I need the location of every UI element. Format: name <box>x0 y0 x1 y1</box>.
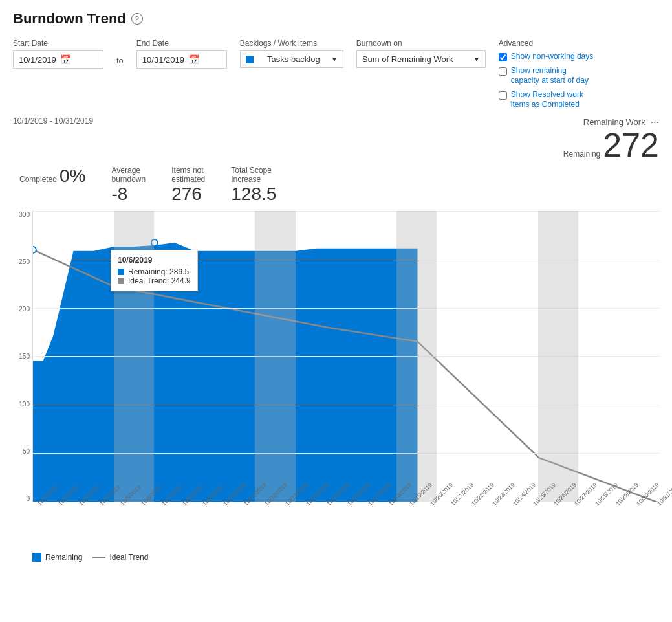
backlogs-dropdown[interactable]: Tasks backlog ▼ <box>240 50 343 68</box>
burndown-on-value: Sum of Remaining Work <box>362 54 453 64</box>
backlogs-label: Backlogs / Work Items <box>240 39 343 48</box>
to-label: to <box>116 56 124 65</box>
dot-start <box>33 247 36 253</box>
start-date-value: 10/1/2019 <box>19 55 56 65</box>
legend-remaining-swatch <box>32 553 41 562</box>
stat-not-estimated: Items not estimated 276 <box>171 166 205 205</box>
start-date-group: Start Date 10/1/2019 📅 <box>13 39 103 69</box>
chart-area: 10/6/2019 Remaining: 289.5 Ideal Trend: … <box>32 211 659 502</box>
y-label-100: 100 <box>19 401 30 408</box>
y-label-0: 0 <box>26 495 30 502</box>
stat-completed-value: 0% <box>60 166 85 186</box>
date-range-label: 10/1/2019 - 10/31/2019 <box>13 117 93 126</box>
tooltip-remaining: Remaining: 289.5 <box>118 267 191 276</box>
stat-completed: Completed 0% <box>19 166 86 186</box>
tooltip: 10/6/2019 Remaining: 289.5 Ideal Trend: … <box>111 250 198 291</box>
stat-scope-increase: Total Scope Increase 128.5 <box>231 166 276 205</box>
y-label-50: 50 <box>23 448 30 455</box>
non-working-bar-3 <box>396 211 437 502</box>
tooltip-swatch-gray <box>118 278 124 284</box>
show-nonworking-checkbox[interactable] <box>499 53 507 61</box>
tooltip-ideal: Ideal Trend: 244.9 <box>118 276 191 285</box>
tooltip-date: 10/6/2019 <box>118 256 191 265</box>
end-date-group: End Date 10/31/2019 📅 <box>136 39 227 69</box>
end-date-value: 10/31/2019 <box>142 55 184 65</box>
tooltip-swatch-blue <box>118 269 124 275</box>
stat-scope-label: Total Scope Increase <box>231 166 272 184</box>
y-label-200: 200 <box>19 305 30 313</box>
y-label-300: 300 <box>19 211 30 218</box>
non-working-bar-4 <box>538 211 578 502</box>
tooltip-remaining-text: Remaining: 289.5 <box>128 267 189 276</box>
stat-not-estimated-label: Items not estimated <box>171 166 205 184</box>
stat-completed-label: Completed <box>19 175 57 184</box>
backlog-icon <box>246 56 254 63</box>
title-row: Burndown Trend ? <box>13 10 659 27</box>
legend-remaining: Remaining <box>32 553 82 562</box>
backlogs-group: Backlogs / Work Items Tasks backlog ▼ <box>240 39 343 68</box>
start-date-input[interactable]: 10/1/2019 📅 <box>13 50 103 69</box>
remaining-area-polygon <box>33 243 417 502</box>
end-date-label: End Date <box>136 39 227 48</box>
show-remaining-capacity-checkbox[interactable] <box>499 67 507 76</box>
stat-avg-value: -8 <box>112 184 128 205</box>
stat-avg-label: Average burndown <box>112 166 146 184</box>
show-nonworking-label[interactable]: Show non-working days <box>511 52 593 62</box>
page-title: Burndown Trend <box>13 10 126 27</box>
show-remaining-capacity-row: Show remaining capacity at start of day <box>499 66 595 86</box>
show-remaining-capacity-label[interactable]: Show remaining capacity at start of day <box>511 66 595 86</box>
remaining-value: 272 <box>603 128 659 162</box>
show-nonworking-row: Show non-working days <box>499 52 595 62</box>
advanced-group: Advanced Show non-working days Show rema… <box>499 39 595 110</box>
burndown-on-dropdown[interactable]: Sum of Remaining Work ▼ <box>356 50 486 68</box>
y-label-150: 150 <box>19 353 30 360</box>
stat-scope-value: 128.5 <box>231 184 276 205</box>
remaining-sub-label: Remaining <box>563 150 600 159</box>
show-resolved-row: Show Resolved work items as Completed <box>499 90 595 110</box>
tooltip-ideal-text: Ideal Trend: 244.9 <box>128 276 191 285</box>
show-resolved-label[interactable]: Show Resolved work items as Completed <box>511 90 595 110</box>
y-axis: 300 250 200 150 100 50 0 <box>13 211 32 502</box>
calendar-icon: 📅 <box>60 54 71 65</box>
x-axis-labels: 10/1/201910/2/201910/3/201910/4/201910/5… <box>32 502 672 548</box>
burndown-on-group: Burndown on Sum of Remaining Work ▼ <box>356 39 486 68</box>
legend-row: Remaining Ideal Trend <box>32 553 659 562</box>
burndown-on-label: Burndown on <box>356 39 486 48</box>
stat-not-estimated-value: 276 <box>171 184 202 205</box>
page: Burndown Trend ? Start Date 10/1/2019 📅 … <box>0 0 672 622</box>
calendar-icon-end: 📅 <box>188 54 199 65</box>
show-resolved-checkbox[interactable] <box>499 91 507 100</box>
legend-ideal-trend-label: Ideal Trend <box>109 553 148 562</box>
chevron-down-icon: ▼ <box>331 56 338 63</box>
chevron-down-icon-burndown: ▼ <box>473 56 480 63</box>
controls-row: Start Date 10/1/2019 📅 to End Date 10/31… <box>13 39 659 110</box>
end-date-input[interactable]: 10/31/2019 📅 <box>136 50 227 69</box>
chart-container: 300 250 200 150 100 50 0 <box>13 211 659 548</box>
legend-ideal-trend-line <box>92 557 105 558</box>
legend-ideal-trend: Ideal Trend <box>92 553 148 562</box>
stat-avg-burndown: Average burndown -8 <box>112 166 146 205</box>
non-working-bar-2 <box>255 211 295 502</box>
start-date-label: Start Date <box>13 39 103 48</box>
legend-remaining-label: Remaining <box>45 553 82 562</box>
y-label-250: 250 <box>19 258 30 265</box>
help-icon[interactable]: ? <box>131 13 143 25</box>
backlogs-value: Tasks backlog <box>267 54 320 64</box>
advanced-label: Advanced <box>499 39 595 48</box>
